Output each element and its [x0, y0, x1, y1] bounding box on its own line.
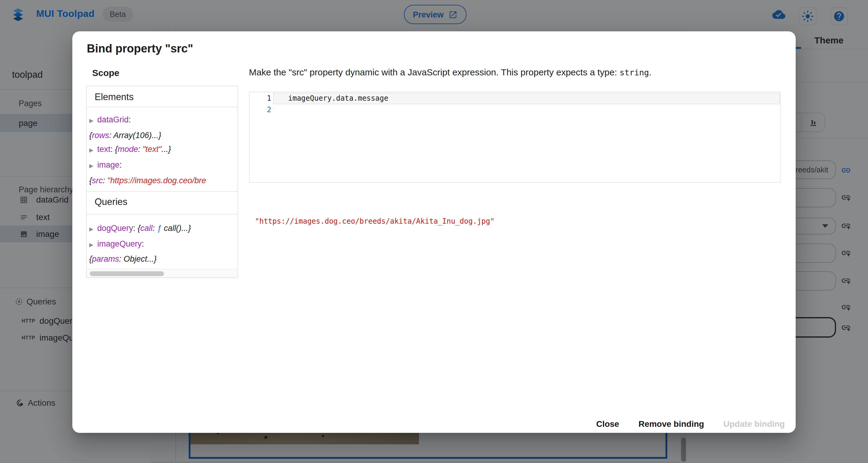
- tree-row-imagequery[interactable]: ▶ imageQuery:: [89, 237, 238, 252]
- divider: [87, 214, 238, 215]
- js-expression-editor[interactable]: 1 2 imageQuery.data.message: [249, 92, 781, 183]
- tree-row-datagrid-preview[interactable]: {rows: Array(106)...}: [89, 128, 238, 142]
- scope-browser: Elements ▶ dataGrid: {rows: Array(106)..…: [86, 86, 238, 278]
- line-number: 1: [250, 93, 271, 104]
- bind-property-dialog: Bind property "src" Scope Elements ▶ dat…: [72, 31, 796, 433]
- elements-tree: ▶ dataGrid: {rows: Array(106)...} ▶ text…: [89, 113, 238, 188]
- tree-row-imagequery-preview[interactable]: {params: Object...}: [89, 252, 238, 267]
- expected-type: string: [620, 67, 649, 77]
- queries-header: Queries: [95, 196, 127, 207]
- divider: [87, 107, 238, 107]
- tree-row-text[interactable]: ▶ text: {mode: "text"...}: [89, 143, 238, 158]
- scope-scrollbar-thumb[interactable]: [90, 271, 164, 276]
- expression-code: imageQuery.data.message: [288, 93, 388, 104]
- tree-row-image-preview[interactable]: {src: "https://images.dog.ceo/bre: [89, 174, 238, 188]
- elements-header: Elements: [95, 92, 133, 102]
- remove-binding-button[interactable]: Remove binding: [633, 419, 709, 429]
- dialog-actions: Close Remove binding Update binding: [591, 415, 789, 433]
- line-number: 2: [250, 104, 271, 116]
- dialog-description: Make the "src" property dynamic with a J…: [249, 66, 779, 79]
- queries-tree: ▶ dogQuery: {call: ƒ call()...} ▶ imageQ…: [89, 221, 238, 267]
- scope-label: Scope: [92, 67, 119, 78]
- divider: [87, 191, 238, 192]
- evaluated-result: "https://images.dog.ceo/breeds/akita/Aki…: [255, 217, 495, 225]
- dialog-title: Bind property "src": [87, 42, 193, 56]
- tree-row-image[interactable]: ▶ image:: [89, 158, 238, 173]
- update-binding-button[interactable]: Update binding: [718, 419, 789, 429]
- close-button[interactable]: Close: [591, 419, 624, 429]
- tree-row-dogquery[interactable]: ▶ dogQuery: {call: ƒ call()...}: [89, 221, 238, 237]
- toolpad-editor: MUI Toolpad Beta Preview toolpad Pages p: [0, 0, 868, 463]
- tree-row-datagrid[interactable]: ▶ dataGrid:: [89, 113, 238, 128]
